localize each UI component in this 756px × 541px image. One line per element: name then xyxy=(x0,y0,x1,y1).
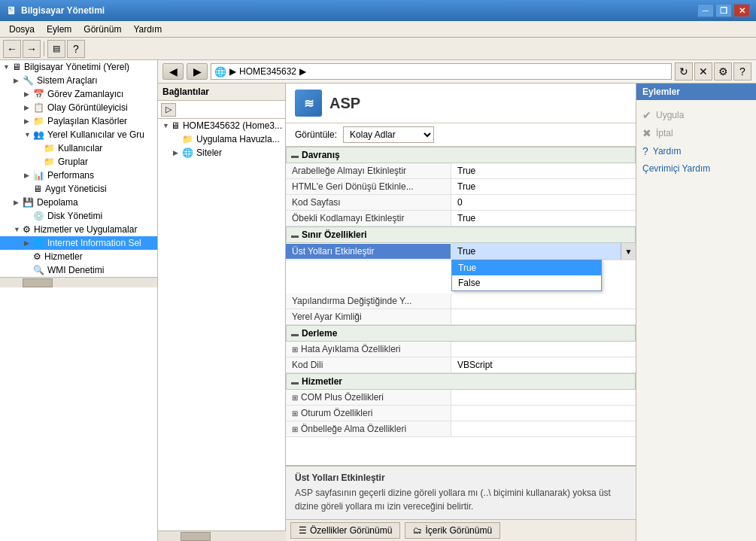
content-view-button[interactable]: 🗂 İçerik Görünümü xyxy=(405,522,500,539)
tree-item-3[interactable]: ▶📋Olay Görüntüleyicisi xyxy=(0,101,157,114)
show-hide-tree-button[interactable]: ▤ xyxy=(47,40,65,58)
dropdown-option-false[interactable]: False xyxy=(452,275,601,290)
view-bar: Görüntüle: Kolay Adlar Detaylı Görünüm xyxy=(286,123,636,147)
prop-value-koddili[interactable]: VBScript xyxy=(451,357,636,372)
prop-value-obekli[interactable]: True xyxy=(451,211,636,226)
prop-value-yerel[interactable] xyxy=(451,309,636,324)
connections-scrollbar-thumb[interactable] xyxy=(181,532,211,541)
expand-icon-com[interactable]: ⊞ xyxy=(292,394,298,402)
tree-item-4[interactable]: ▶📁Paylaşılan Klasörler xyxy=(0,114,157,128)
tree-item-10[interactable]: ▶💾Depolama xyxy=(0,196,157,209)
restore-button[interactable]: ❐ xyxy=(715,4,732,17)
minimize-button[interactable]: ─ xyxy=(697,4,714,17)
menu-yardim[interactable]: Yardım xyxy=(127,21,168,37)
nav-forward-button[interactable]: ▶ xyxy=(187,63,208,80)
connections-scrollbar[interactable] xyxy=(158,530,286,541)
nav-back-button[interactable]: ◀ xyxy=(162,63,184,80)
address-help-button[interactable]: ? xyxy=(733,62,751,81)
action-cevrimici-yardim[interactable]: Çevrimiçi Yardım xyxy=(636,160,756,177)
tree-item-8[interactable]: ▶📊Performans xyxy=(0,169,157,182)
expand-icon-hata[interactable]: ⊞ xyxy=(292,345,298,354)
tree-icon-3: 📋 xyxy=(33,102,44,113)
properties-view-icon: ☰ xyxy=(299,525,307,536)
tree-expander-12: ▼ xyxy=(14,226,23,233)
conn-label-1: Uygulama Havuzla... xyxy=(196,134,280,144)
address-gear-button[interactable]: ⚙ xyxy=(714,62,732,81)
tree-panel: ▼🖥Bilgisayar Yönetimi (Yerel)▶🔧Sistem Ar… xyxy=(0,60,158,541)
dropdown-value-cell: True ▼ xyxy=(451,243,636,260)
prop-name-html: HTML'e Geri Dönüşü Etkinle... xyxy=(286,179,451,194)
dropdown-option-true[interactable]: True xyxy=(452,260,601,275)
prop-row-yaplandirma: Yapılandırma Değiştiğinde Y... xyxy=(286,293,636,309)
stop-button[interactable]: ✕ xyxy=(694,62,712,81)
asp-icon: ≋ xyxy=(295,90,322,117)
prop-value-complus[interactable] xyxy=(451,390,636,405)
tree-item-15[interactable]: 🔍WMI Denetimi xyxy=(0,263,157,277)
tree-label-4: Paylaşılan Klasörler xyxy=(47,116,127,126)
menu-dosya[interactable]: Dosya xyxy=(3,21,41,37)
tree-scrollbar-thumb[interactable] xyxy=(23,278,53,287)
prop-value-kodsayfasi[interactable]: 0 xyxy=(451,195,636,210)
tree-scrollbar[interactable] xyxy=(0,277,157,287)
prop-value-oturum[interactable] xyxy=(451,406,636,421)
tree-label-12: Hizmetler ve Uygulamalar xyxy=(34,224,137,235)
section-derleme[interactable]: ▬ Derleme xyxy=(286,325,636,342)
action-yardim[interactable]: ? Yardım xyxy=(636,142,756,160)
prop-value-html[interactable]: True xyxy=(451,179,636,194)
properties-view-button[interactable]: ☰ Özellikler Görünümü xyxy=(290,522,400,539)
prop-value-yaplandirma[interactable] xyxy=(451,293,636,308)
expand-icon-onbellege[interactable]: ⊞ xyxy=(292,425,298,433)
forward-button[interactable]: → xyxy=(23,40,41,58)
tree-icon-9: 🖥 xyxy=(33,184,42,194)
tree-item-2[interactable]: ▶📅Görev Zamanlayıcı xyxy=(0,87,157,101)
action-iptal[interactable]: ✖ İptal xyxy=(636,124,756,142)
tree-item-14[interactable]: ⚙Hizmetler xyxy=(0,250,157,263)
tree-expander-2: ▶ xyxy=(24,90,33,98)
prop-name-obekli: Öbekli Kodlamayı Etkinleştir xyxy=(286,211,451,226)
tree-item-1[interactable]: ▶🔧Sistem Araçları xyxy=(0,74,157,87)
expand-icon-oturum[interactable]: ⊞ xyxy=(292,409,298,418)
prop-value-onbellege[interactable] xyxy=(451,421,636,436)
prop-name-hataayiklama: ⊞ Hata Ayıklama Özellikleri xyxy=(286,342,451,357)
tree-item-7[interactable]: 📁Gruplar xyxy=(0,155,157,169)
view-select[interactable]: Kolay Adlar Detaylı Görünüm xyxy=(343,126,434,143)
prop-label-oturum: Oturum Özellikleri xyxy=(301,408,372,418)
menu-gorunum[interactable]: Görünüm xyxy=(77,21,127,37)
tree-item-13[interactable]: ▶🌐Internet Information Sel xyxy=(0,236,157,250)
menu-eylem[interactable]: Eylem xyxy=(41,21,77,37)
connections-add-button[interactable]: ▷ xyxy=(161,103,176,117)
section-sinir[interactable]: ▬ Sınır Özellikleri xyxy=(286,226,636,243)
help-button[interactable]: ? xyxy=(67,40,85,58)
conn-item-0[interactable]: ▼🖥HOME345632 (Home3... xyxy=(158,119,285,132)
tree-icon-14: ⚙ xyxy=(33,251,41,262)
tree-item-6[interactable]: 📁Kullanıcılar xyxy=(0,141,157,155)
expand-icon-davranis: ▬ xyxy=(291,151,299,160)
conn-item-1[interactable]: 📁Uygulama Havuzla... xyxy=(158,132,285,146)
dropdown-current-value[interactable]: True xyxy=(451,244,621,259)
view-label: Görüntüle: xyxy=(295,129,337,140)
tree-label-13: Internet Information Sel xyxy=(47,238,141,248)
section-derleme-label: Derleme xyxy=(302,328,337,339)
tree-expander-5: ▼ xyxy=(24,131,33,138)
section-hizmetler[interactable]: ▬ Hizmetler xyxy=(286,373,636,390)
tree-item-12[interactable]: ▼⚙Hizmetler ve Uygulamalar xyxy=(0,223,157,236)
conn-item-2[interactable]: ▶🌐Siteler xyxy=(158,146,285,160)
refresh-button[interactable]: ↻ xyxy=(675,62,693,81)
tree-expander-3: ▶ xyxy=(24,104,33,111)
tree-icon-0: 🖥 xyxy=(12,62,21,72)
tree-item-0[interactable]: ▼🖥Bilgisayar Yönetimi (Yerel) xyxy=(0,60,157,74)
section-davranis[interactable]: ▬ Davranış xyxy=(286,147,636,163)
back-button[interactable]: ← xyxy=(3,40,21,58)
tree-item-5[interactable]: ▼👥Yerel Kullanıcılar ve Gru xyxy=(0,128,157,141)
prop-value-arabellege[interactable]: True xyxy=(451,163,636,178)
prop-value-hataayiklama[interactable] xyxy=(451,342,636,357)
tree-expander-4: ▶ xyxy=(24,117,33,125)
tree-item-9[interactable]: 🖥Aygıt Yöneticisi xyxy=(0,182,157,196)
tree-label-0: Bilgisayar Yönetimi (Yerel) xyxy=(24,62,129,72)
close-button[interactable]: ✕ xyxy=(733,4,750,17)
tree-item-11[interactable]: 💿Disk Yönetimi xyxy=(0,209,157,223)
conn-expander-2: ▶ xyxy=(173,149,182,157)
dropdown-arrow-button[interactable]: ▼ xyxy=(621,243,636,260)
action-uygula[interactable]: ✔ Uygula xyxy=(636,106,756,124)
tree-label-9: Aygıt Yöneticisi xyxy=(45,184,107,194)
